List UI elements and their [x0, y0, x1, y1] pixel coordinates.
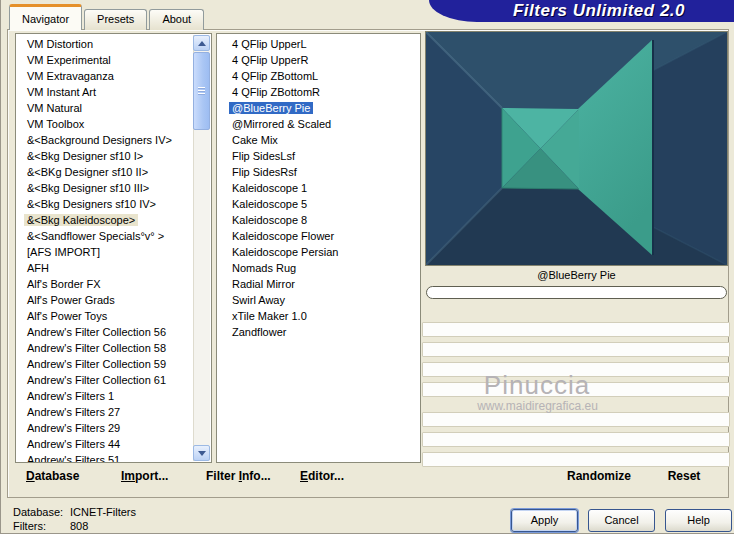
- apply-button[interactable]: Apply: [511, 509, 578, 532]
- watermark-name: Pinuccia: [457, 370, 617, 401]
- tab-bar: Navigator Presets About: [9, 4, 206, 30]
- parameter-row: [422, 322, 730, 337]
- filters-unlimited-dialog: Filters Unlimited 2.0 Navigator Presets …: [0, 0, 734, 534]
- title-banner: Filters Unlimited 2.0: [429, 0, 734, 22]
- editor-button[interactable]: Editor...: [300, 469, 344, 483]
- list-item[interactable]: Andrew's Filters 44: [16, 436, 193, 452]
- preview-image[interactable]: [425, 31, 728, 266]
- preview-caption: @BlueBerry Pie: [425, 269, 728, 281]
- list-item[interactable]: Kaleidoscope 1: [217, 180, 420, 196]
- list-item[interactable]: @BlueBerry Pie: [217, 100, 420, 116]
- filter-list: 4 QFlip UpperL4 QFlip UpperR4 QFlip ZBot…: [217, 36, 420, 340]
- filter-info-button[interactable]: Filter Info...: [206, 469, 271, 483]
- list-item[interactable]: VM Extravaganza: [16, 68, 193, 84]
- parameter-row: [422, 452, 730, 467]
- list-item[interactable]: &<BKg Designer sf10 II>: [16, 164, 193, 180]
- list-item[interactable]: 4 QFlip UpperR: [217, 52, 420, 68]
- list-item[interactable]: [AFS IMPORT]: [16, 244, 193, 260]
- cancel-button[interactable]: Cancel: [588, 509, 655, 532]
- list-item[interactable]: Kaleidoscope Flower: [217, 228, 420, 244]
- list-item[interactable]: Andrew's Filters 27: [16, 404, 193, 420]
- list-item[interactable]: @Mirrored & Scaled: [217, 116, 420, 132]
- list-item[interactable]: Swirl Away: [217, 292, 420, 308]
- list-item[interactable]: AFH: [16, 260, 193, 276]
- list-item[interactable]: Zandflower: [217, 324, 420, 340]
- scroll-down-icon[interactable]: [193, 445, 210, 461]
- help-button[interactable]: Help: [665, 509, 732, 532]
- list-item[interactable]: &<Bkg Designer sf10 III>: [16, 180, 193, 196]
- reset-button[interactable]: Reset: [649, 469, 719, 483]
- app-title: Filters Unlimited 2.0: [479, 1, 685, 21]
- list-item[interactable]: Radial Mirror: [217, 276, 420, 292]
- list-item[interactable]: Andrew's Filter Collection 58: [16, 340, 193, 356]
- list-item[interactable]: xTile Maker 1.0: [217, 308, 420, 324]
- list-item[interactable]: 4 QFlip ZBottomL: [217, 68, 420, 84]
- list-item[interactable]: Kaleidoscope Persian: [217, 244, 420, 260]
- list-item[interactable]: Andrew's Filter Collection 56: [16, 324, 193, 340]
- tab-presets[interactable]: Presets: [84, 9, 147, 30]
- list-item[interactable]: Andrew's Filters 1: [16, 388, 193, 404]
- list-item[interactable]: Alf's Border FX: [16, 276, 193, 292]
- thumb-grip-icon: [198, 87, 205, 96]
- list-item[interactable]: &<Bkg Kaleidoscope>: [16, 212, 193, 228]
- list-item[interactable]: Cake Mix: [217, 132, 420, 148]
- category-scrollbar[interactable]: [193, 35, 210, 461]
- category-listbox: VM DistortionVM ExperimentalVM Extravaga…: [15, 33, 212, 463]
- list-item[interactable]: Andrew's Filter Collection 59: [16, 356, 193, 372]
- parameter-row: [422, 342, 730, 357]
- scroll-up-icon[interactable]: [193, 35, 210, 51]
- list-item[interactable]: Kaleidoscope 5: [217, 196, 420, 212]
- list-item[interactable]: VM Experimental: [16, 52, 193, 68]
- list-item[interactable]: Andrew's Filters 51: [16, 452, 193, 463]
- parameter-row: [422, 412, 730, 427]
- list-item[interactable]: Andrew's Filter Collection 61: [16, 372, 193, 388]
- list-item[interactable]: &<Background Designers IV>: [16, 132, 193, 148]
- list-item[interactable]: &<Bkg Designers sf10 IV>: [16, 196, 193, 212]
- list-item[interactable]: Flip SidesRsf: [217, 164, 420, 180]
- list-item[interactable]: VM Natural: [16, 100, 193, 116]
- list-item[interactable]: 4 QFlip ZBottomR: [217, 84, 420, 100]
- import-button[interactable]: Import...: [121, 469, 168, 483]
- list-item[interactable]: Flip SidesLsf: [217, 148, 420, 164]
- list-item[interactable]: Andrew's Filters 29: [16, 420, 193, 436]
- list-item[interactable]: Nomads Rug: [217, 260, 420, 276]
- filter-listbox: 4 QFlip UpperL4 QFlip UpperR4 QFlip ZBot…: [216, 33, 421, 463]
- list-item[interactable]: Kaleidoscope 8: [217, 212, 420, 228]
- status-filters: Filters:808: [13, 520, 88, 532]
- list-item[interactable]: &<Sandflower Specials°v° >: [16, 228, 193, 244]
- status-database: Database:ICNET-Filters: [13, 506, 136, 518]
- scrollbar-thumb[interactable]: [193, 52, 210, 130]
- list-item[interactable]: VM Instant Art: [16, 84, 193, 100]
- randomize-button[interactable]: Randomize: [539, 469, 659, 483]
- list-item[interactable]: 4 QFlip UpperL: [217, 36, 420, 52]
- database-button[interactable]: Database: [26, 469, 79, 483]
- tab-about[interactable]: About: [149, 9, 204, 30]
- parameter-row: [422, 432, 730, 447]
- list-item[interactable]: VM Toolbox: [16, 116, 193, 132]
- list-item[interactable]: Alf's Power Grads: [16, 292, 193, 308]
- list-item[interactable]: &<Bkg Designer sf10 I>: [16, 148, 193, 164]
- progress-bar: [426, 286, 727, 299]
- tab-navigator[interactable]: Navigator: [9, 4, 82, 30]
- watermark-url: www.maidiregrafica.eu: [445, 399, 630, 413]
- list-item[interactable]: Alf's Power Toys: [16, 308, 193, 324]
- list-item[interactable]: VM Distortion: [16, 36, 193, 52]
- category-list: VM DistortionVM ExperimentalVM Extravaga…: [16, 36, 193, 463]
